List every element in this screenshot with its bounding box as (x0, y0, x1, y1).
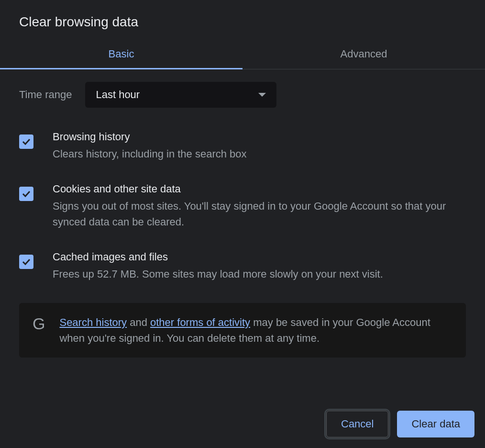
option-cookies: Cookies and other site data Signs you ou… (19, 183, 466, 230)
option-title: Cached images and files (53, 251, 466, 263)
check-icon (22, 258, 31, 265)
option-desc: Clears history, including in the search … (53, 146, 466, 162)
option-browsing-history: Browsing history Clears history, includi… (19, 131, 466, 162)
option-desc: Frees up 52.7 MB. Some sites may load mo… (53, 266, 466, 282)
checkbox-browsing-history[interactable] (19, 134, 33, 149)
link-search-history[interactable]: Search history (59, 316, 127, 328)
chevron-down-icon (258, 93, 266, 97)
option-text-group: Browsing history Clears history, includi… (53, 131, 466, 162)
check-icon (22, 138, 31, 145)
tab-bar: Basic Advanced (0, 39, 485, 69)
tab-advanced[interactable]: Advanced (242, 39, 485, 69)
option-cached: Cached images and files Frees up 52.7 MB… (19, 251, 466, 282)
option-desc: Signs you out of most sites. You'll stay… (53, 198, 466, 230)
time-range-select[interactable]: Last hour (85, 82, 276, 108)
clear-data-button[interactable]: Clear data (397, 411, 474, 437)
dialog-title: Clear browsing data (0, 0, 485, 39)
checkbox-cookies[interactable] (19, 187, 33, 201)
info-text: Search history and other forms of activi… (59, 314, 452, 346)
link-other-activity[interactable]: other forms of activity (150, 316, 250, 328)
google-account-info: G Search history and other forms of acti… (19, 303, 466, 358)
time-range-value: Last hour (96, 89, 140, 101)
option-title: Browsing history (53, 131, 466, 143)
check-icon (22, 190, 31, 197)
option-text-group: Cached images and files Frees up 52.7 MB… (53, 251, 466, 282)
info-text-mid: and (127, 316, 150, 328)
google-icon: G (33, 315, 45, 332)
dialog-content: Time range Last hour Browsing history Cl… (0, 69, 485, 396)
dialog-footer: Cancel Clear data (0, 396, 485, 448)
time-range-row: Time range Last hour (19, 82, 466, 108)
checkbox-cached[interactable] (19, 255, 33, 269)
option-text-group: Cookies and other site data Signs you ou… (53, 183, 466, 230)
tab-basic[interactable]: Basic (0, 39, 242, 69)
option-title: Cookies and other site data (53, 183, 466, 195)
time-range-label: Time range (19, 89, 72, 101)
cancel-button[interactable]: Cancel (326, 411, 388, 437)
clear-browsing-data-dialog: Clear browsing data Basic Advanced Time … (0, 0, 485, 448)
